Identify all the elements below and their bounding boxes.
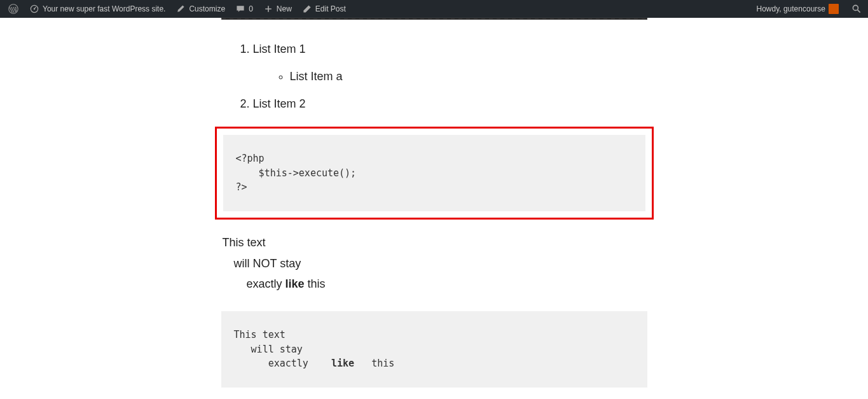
edit-post-link[interactable]: Edit Post <box>297 0 351 18</box>
wp-logo-menu[interactable] <box>3 0 24 18</box>
howdy-label: Howdy, gutencourse <box>756 4 825 13</box>
list-item-text: List Item 2 <box>253 97 306 110</box>
text-line: exactly like this <box>223 275 647 293</box>
text-line: This text <box>223 236 266 249</box>
search-icon <box>851 4 862 14</box>
customize-link[interactable]: Customize <box>170 0 230 18</box>
nested-unordered-list: List Item a <box>253 67 647 86</box>
preformatted-block: This text will stay exactly like this <box>221 311 647 388</box>
collapsed-whitespace-paragraph: This text will NOT stay exactly like thi… <box>221 234 647 293</box>
plus-icon <box>263 4 273 14</box>
brush-icon <box>176 4 186 14</box>
customize-label: Customize <box>189 4 225 13</box>
separator-bar <box>221 18 647 20</box>
list-item: List Item 1 List Item a <box>253 40 647 86</box>
dashboard-icon <box>29 4 39 14</box>
pencil-icon <box>302 4 312 14</box>
wp-admin-bar: Your new super fast WordPress site. Cust… <box>0 0 868 18</box>
list-item: List Item a <box>290 67 647 86</box>
search-toggle[interactable] <box>848 0 865 18</box>
comment-icon <box>235 4 245 14</box>
text-line: will NOT stay <box>223 255 647 273</box>
comments-link[interactable]: 0 <box>230 0 258 18</box>
comments-count: 0 <box>249 4 253 13</box>
highlighted-code-block: <?php $this->execute(); ?> <box>215 127 654 220</box>
svg-point-2 <box>34 8 35 10</box>
new-content-link[interactable]: New <box>258 0 297 18</box>
svg-point-3 <box>853 5 858 10</box>
edit-post-label: Edit Post <box>315 4 346 13</box>
page-viewport[interactable]: List Item 1 List Item a List Item 2 <?ph… <box>0 18 868 399</box>
php-code-block: <?php $this->execute(); ?> <box>223 135 645 211</box>
list-item-text: List Item 1 <box>253 43 306 55</box>
site-name-menu[interactable]: Your new super fast WordPress site. <box>24 0 170 18</box>
post-content: List Item 1 List Item a List Item 2 <?ph… <box>221 18 647 399</box>
ordered-list: List Item 1 List Item a List Item 2 <box>221 40 647 113</box>
site-name-label: Your new super fast WordPress site. <box>43 4 165 13</box>
my-account-menu[interactable]: Howdy, gutencourse <box>751 0 844 18</box>
list-item-text: List Item a <box>290 70 343 83</box>
avatar <box>829 4 839 14</box>
wordpress-icon <box>8 3 19 15</box>
list-item: List Item 2 <box>253 95 647 113</box>
new-label: New <box>277 4 292 13</box>
